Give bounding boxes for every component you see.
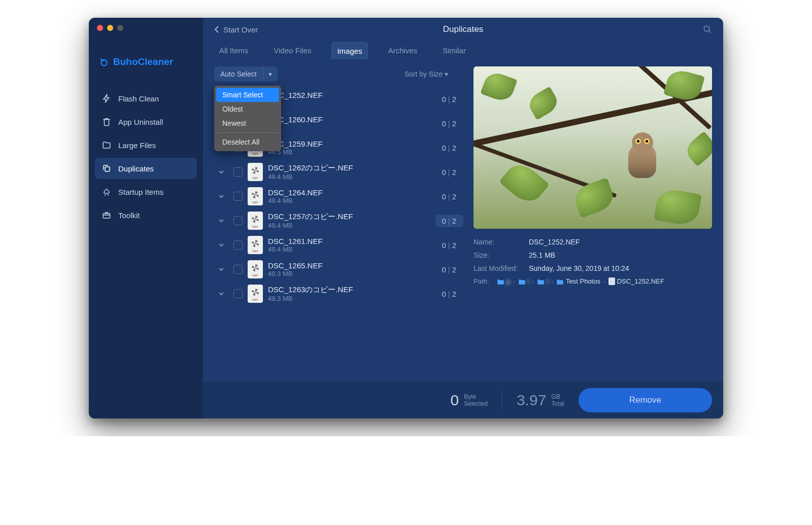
selected-count: 0 [451, 392, 459, 409]
expand-icon[interactable] [214, 266, 228, 272]
file-size: 49.4 MB [268, 246, 430, 253]
dropdown-oldest[interactable]: Oldest [216, 102, 279, 116]
duplicate-count: 0|2 [435, 239, 463, 252]
file-thumbnail-icon [248, 163, 263, 181]
maximize-window-icon[interactable] [117, 25, 123, 31]
owl-image [628, 132, 656, 178]
path-file[interactable]: DSC_1252.NEF [608, 277, 664, 285]
file-thumbnail-icon [248, 236, 263, 254]
chevron-right-icon: › [551, 278, 553, 285]
checkbox[interactable] [233, 167, 243, 177]
copies-icon [102, 164, 111, 173]
file-name: DSC_1260.NEF [268, 115, 430, 124]
sort-button[interactable]: Sort by Size ▾ [404, 70, 448, 78]
back-label: Start Over [223, 25, 258, 34]
sidebar-item-app-uninstall[interactable]: App Uninstall [95, 111, 197, 132]
total-stat: 3.97 GBTotal [517, 392, 564, 409]
meta-modified-label: Last Modified: [473, 264, 522, 272]
brand-logo-icon [99, 57, 109, 67]
sidebar-item-flash-clean[interactable]: Flash Clean [95, 88, 197, 109]
path-segment[interactable]: l [537, 277, 548, 285]
file-thumbnail-icon [248, 285, 263, 303]
expand-icon[interactable] [214, 291, 228, 297]
sidebar-item-label: App Uninstall [118, 118, 163, 126]
checkbox[interactable] [233, 240, 243, 250]
titlebar: Start Over Duplicates [203, 18, 723, 39]
sidebar-item-toolkit[interactable]: Toolkit [95, 204, 197, 226]
back-button[interactable]: Start Over [214, 25, 258, 34]
path-segment[interactable]: p [497, 277, 510, 285]
file-row[interactable]: DSC_1262のコピー.NEF 49.4 MB 0|2 [214, 160, 463, 184]
sidebar-item-label: Duplicates [118, 164, 154, 173]
file-name: DSC_1263のコピー.NEF [268, 285, 430, 295]
meta-path-label: Path: [473, 277, 494, 285]
preview-panel: Name: DSC_1252.NEF Size: 25.1 MB Last Mo… [473, 66, 712, 382]
sidebar-item-label: Startup Items [118, 188, 163, 196]
file-icon [608, 277, 615, 285]
file-row[interactable]: DSC_1265.NEF 49.3 MB 0|2 [214, 257, 463, 282]
tab-archives[interactable]: Archives [383, 42, 423, 59]
tab-video-files[interactable]: Video Files [269, 42, 317, 59]
checkbox[interactable] [233, 216, 243, 225]
total-count: 3.97 [517, 392, 546, 409]
divider [502, 392, 502, 409]
page-title: Duplicates [443, 24, 483, 34]
sidebar-item-label: Large Files [118, 141, 156, 150]
remove-button[interactable]: Remove [579, 388, 712, 412]
preview-image [473, 66, 712, 229]
path-row: Path: p › l › l › Test Photos › DSC_1252… [473, 277, 712, 285]
toolkit-icon [102, 211, 111, 220]
file-row[interactable]: DSC_1261.NEF 49.4 MB 0|2 [214, 233, 463, 257]
duplicate-count: 0|2 [435, 288, 463, 300]
file-row[interactable]: DSC_1264.NEF 49.4 MB 0|2 [214, 184, 463, 208]
meta-name-value: DSC_1252.NEF [529, 238, 580, 246]
expand-icon[interactable] [214, 193, 228, 199]
bottom-bar: 0 ByteSelected 3.97 GBTotal Remove [203, 382, 723, 418]
tabs: All Items Video Files Images Archives Si… [203, 39, 723, 59]
checkbox[interactable] [233, 192, 243, 201]
checkbox[interactable] [233, 265, 243, 274]
path-segment[interactable]: Test Photos [556, 277, 600, 285]
file-thumbnail-icon [248, 187, 263, 205]
duplicate-count: 0|2 [435, 166, 463, 179]
trash-icon [102, 117, 111, 126]
preview-meta: Name: DSC_1252.NEF Size: 25.1 MB Last Mo… [473, 238, 712, 285]
tab-similar[interactable]: Similar [437, 42, 471, 59]
auto-select-button[interactable]: Auto Select ▼ [214, 66, 278, 82]
file-name: DSC_1252.NEF [268, 91, 430, 99]
dropdown-smart-select[interactable]: Smart Select [216, 88, 279, 102]
meta-size-value: 25.1 MB [529, 251, 555, 259]
file-name: DSC_1265.NEF [268, 261, 430, 270]
sidebar-item-duplicates[interactable]: Duplicates [95, 158, 197, 179]
app-window: BuhoCleaner Flash Clean App Uninstall La… [89, 18, 723, 418]
file-size: 49.4 MB [268, 197, 430, 204]
meta-name-label: Name: [473, 238, 522, 246]
tab-images[interactable]: Images [331, 42, 367, 59]
chevron-down-icon[interactable]: ▼ [263, 68, 278, 81]
checkbox[interactable] [233, 289, 243, 298]
expand-icon[interactable] [214, 169, 228, 175]
tab-all-items[interactable]: All Items [214, 42, 254, 59]
path-segment[interactable]: l [518, 277, 529, 285]
svg-rect-2 [103, 214, 110, 218]
brand: BuhoCleaner [89, 56, 203, 67]
svg-rect-1 [105, 167, 110, 171]
dropdown-newest[interactable]: Newest [216, 116, 279, 130]
sidebar-item-label: Toolkit [118, 211, 140, 220]
lightning-icon [102, 94, 111, 103]
minimize-window-icon[interactable] [107, 25, 113, 31]
expand-icon[interactable] [214, 218, 228, 224]
search-icon[interactable] [703, 25, 712, 34]
sidebar-item-startup-items[interactable]: Startup Items [95, 181, 197, 202]
close-window-icon[interactable] [97, 25, 103, 31]
expand-icon[interactable] [214, 242, 228, 248]
dropdown-deselect-all[interactable]: Deselect All [216, 135, 279, 149]
sidebar-item-large-files[interactable]: Large Files [95, 134, 197, 156]
file-row[interactable]: DSC_1257のコピー.NEF 49.4 MB 0|2 [214, 208, 463, 233]
duplicate-count: 0|2 [435, 142, 463, 154]
file-size: MB [268, 99, 430, 107]
file-row[interactable]: DSC_1263のコピー.NEF 49.3 MB 0|2 [214, 282, 463, 306]
folder-icon [102, 141, 111, 150]
auto-select-dropdown: Smart Select Oldest Newest Deselect All [214, 86, 281, 151]
sidebar-item-label: Flash Clean [118, 94, 159, 103]
